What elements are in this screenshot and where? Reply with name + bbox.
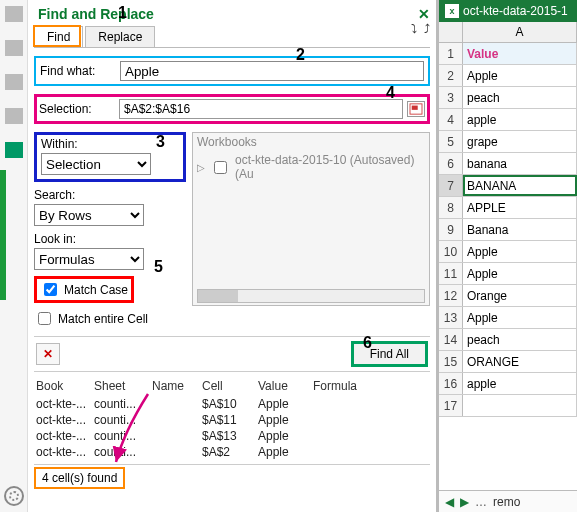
cell[interactable]: Apple xyxy=(463,241,577,262)
nav-more[interactable]: … xyxy=(475,495,487,509)
col-name[interactable]: Name xyxy=(150,378,200,394)
match-case-checkbox[interactable] xyxy=(44,283,57,296)
cell[interactable]: Apple xyxy=(463,263,577,284)
workbook-item[interactable]: ▷ oct-kte-data-2015-10 (Autosaved) (Au xyxy=(197,153,425,181)
result-row[interactable]: oct-kte-...counti...$A$2Apple xyxy=(34,444,430,460)
file-tab[interactable]: x oct-kte-data-2015-1 xyxy=(439,0,577,22)
callout-num-1: 1 xyxy=(118,4,127,22)
grid-row: 17 xyxy=(439,395,577,417)
row-header[interactable]: 11 xyxy=(439,263,463,284)
match-case-box: Match Case xyxy=(34,276,134,303)
expand-icon[interactable]: ▷ xyxy=(197,162,205,173)
match-entire-label: Match entire Cell xyxy=(58,312,148,326)
find-what-input[interactable] xyxy=(120,61,424,81)
select-all-corner[interactable] xyxy=(439,22,463,42)
selection-value[interactable]: $A$2:$A$16 xyxy=(124,102,190,116)
grid-row: 2Apple xyxy=(439,65,577,87)
grid-row: 7BANANA xyxy=(439,175,577,197)
grid-row: 6banana xyxy=(439,153,577,175)
grid-row: 15ORANGE xyxy=(439,351,577,373)
row-header[interactable]: 12 xyxy=(439,285,463,306)
grid-row: 3peach xyxy=(439,87,577,109)
status-text: 4 cell(s) found xyxy=(34,467,125,489)
row-header[interactable]: 8 xyxy=(439,197,463,218)
match-entire-checkbox[interactable] xyxy=(38,312,51,325)
row-header[interactable]: 17 xyxy=(439,395,463,416)
range-picker-icon[interactable] xyxy=(407,101,425,117)
rail-icon[interactable] xyxy=(5,6,23,22)
cell[interactable] xyxy=(463,395,577,416)
row-header[interactable]: 16 xyxy=(439,373,463,394)
h-scrollbar[interactable] xyxy=(197,289,425,303)
cell[interactable]: apple xyxy=(463,373,577,394)
grid-row: 11Apple xyxy=(439,263,577,285)
worksheet: x oct-kte-data-2015-1 A 1Value2Apple3pea… xyxy=(437,0,577,512)
cell[interactable]: peach xyxy=(463,329,577,350)
row-header[interactable]: 3 xyxy=(439,87,463,108)
callout-num-2: 2 xyxy=(296,46,305,64)
row-header[interactable]: 5 xyxy=(439,131,463,152)
result-row[interactable]: oct-kte-...counti...$A$10Apple xyxy=(34,396,430,412)
rail-icon[interactable] xyxy=(5,108,23,124)
cell[interactable]: Value xyxy=(463,43,577,64)
row-header[interactable]: 7 xyxy=(439,175,463,196)
cell[interactable]: ORANGE xyxy=(463,351,577,372)
cell[interactable]: Orange xyxy=(463,285,577,306)
cell[interactable]: peach xyxy=(463,87,577,108)
cell[interactable]: Banana xyxy=(463,219,577,240)
gear-icon[interactable] xyxy=(4,486,24,506)
cell[interactable]: banana xyxy=(463,153,577,174)
grid-row: 16apple xyxy=(439,373,577,395)
grid-row: 10Apple xyxy=(439,241,577,263)
col-cell[interactable]: Cell xyxy=(200,378,256,394)
col-formula[interactable]: Formula xyxy=(311,378,381,394)
file-name: oct-kte-data-2015-1 xyxy=(463,4,568,18)
nav-next-icon[interactable]: ▶ xyxy=(460,495,469,509)
row-header[interactable]: 13 xyxy=(439,307,463,328)
result-row[interactable]: oct-kte-...counti...$A$11Apple xyxy=(34,412,430,428)
callout-num-6: 6 xyxy=(363,334,372,352)
cell[interactable]: Apple xyxy=(463,307,577,328)
results-header: Book Sheet Name Cell Value Formula xyxy=(34,376,430,396)
row-header[interactable]: 15 xyxy=(439,351,463,372)
callout-num-4: 4 xyxy=(386,84,395,102)
selection-label: Selection: xyxy=(39,102,119,116)
cell[interactable]: BANANA xyxy=(463,175,577,196)
lookin-select[interactable]: Formulas xyxy=(34,248,144,270)
find-what-box: Find what: xyxy=(34,56,430,86)
row-header[interactable]: 6 xyxy=(439,153,463,174)
delete-button[interactable]: ✕ xyxy=(36,343,60,365)
sheet-tab[interactable]: remo xyxy=(493,495,520,509)
cell[interactable]: Apple xyxy=(463,65,577,86)
row-header[interactable]: 9 xyxy=(439,219,463,240)
lookin-label: Look in: xyxy=(34,232,186,246)
row-header[interactable]: 4 xyxy=(439,109,463,130)
nav-prev-icon[interactable]: ◀ xyxy=(445,495,454,509)
row-header[interactable]: 2 xyxy=(439,65,463,86)
tab-replace[interactable]: Replace xyxy=(85,26,155,47)
search-select[interactable]: By Rows xyxy=(34,204,144,226)
sheet-nav: ◀ ▶ … remo xyxy=(439,490,577,512)
result-row[interactable]: oct-kte-...counti...$A$13Apple xyxy=(34,428,430,444)
grid-row: 4apple xyxy=(439,109,577,131)
close-icon[interactable]: ✕ xyxy=(418,6,430,22)
col-book[interactable]: Book xyxy=(34,378,92,394)
match-case-label: Match Case xyxy=(64,283,128,297)
nav-pane-icon[interactable] xyxy=(5,142,23,158)
cell[interactable]: apple xyxy=(463,109,577,130)
grid-row: 8APPLE xyxy=(439,197,577,219)
tab-find[interactable]: Find xyxy=(34,26,83,47)
cell[interactable]: grape xyxy=(463,131,577,152)
cell[interactable]: APPLE xyxy=(463,197,577,218)
rail-icon[interactable] xyxy=(5,74,23,90)
col-sheet[interactable]: Sheet xyxy=(92,378,150,394)
within-select[interactable]: Selection xyxy=(41,153,151,175)
col-value[interactable]: Value xyxy=(256,378,311,394)
svg-rect-1 xyxy=(412,106,418,110)
row-header[interactable]: 14 xyxy=(439,329,463,350)
row-header[interactable]: 1 xyxy=(439,43,463,64)
row-header[interactable]: 10 xyxy=(439,241,463,262)
rail-icon[interactable] xyxy=(5,40,23,56)
col-header-a[interactable]: A xyxy=(463,22,577,42)
workbook-checkbox[interactable] xyxy=(214,161,227,174)
